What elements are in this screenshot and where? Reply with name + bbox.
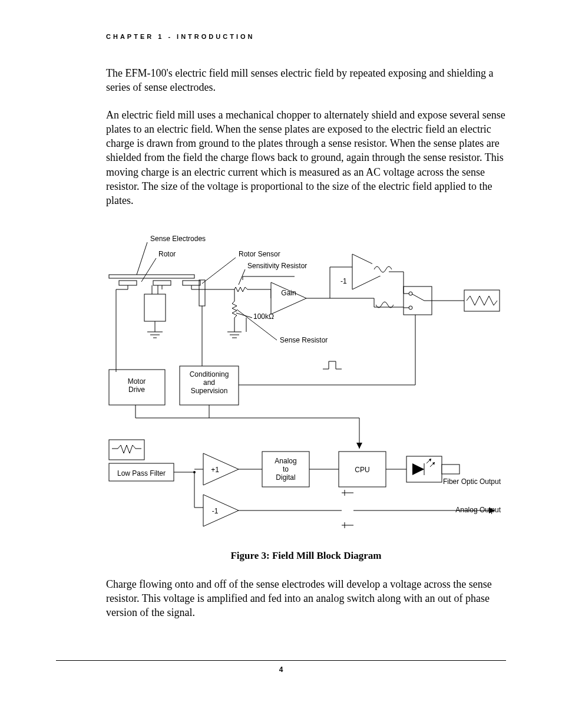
svg-marker-90 — [203, 495, 239, 526]
label-analog-out: Analog Output — [455, 506, 501, 514]
chapter-heading: CHAPTER 1 - INTRODUCTION — [106, 33, 506, 40]
label-cpu: CPU — [355, 466, 369, 474]
label-sensitivity-resistor: Sensitivity Resistor — [247, 262, 307, 270]
svg-rect-10 — [144, 294, 166, 321]
svg-marker-75 — [356, 443, 362, 449]
svg-rect-7 — [183, 281, 200, 285]
svg-line-2 — [202, 258, 236, 284]
svg-rect-76 — [109, 440, 144, 460]
svg-marker-87 — [203, 453, 239, 485]
svg-marker-36 — [271, 282, 306, 314]
label-rotor: Rotor — [158, 250, 176, 258]
page: CHAPTER 1 - INTRODUCTION The EFM-100's e… — [0, 0, 562, 728]
svg-rect-6 — [153, 281, 171, 285]
svg-line-3 — [239, 269, 245, 285]
label-motor-drive-1: MotorDrive — [128, 377, 146, 394]
label-sense-electrodes: Sense Electrodes — [150, 235, 206, 243]
label-minus1: -1 — [212, 507, 219, 515]
svg-line-0 — [137, 242, 147, 275]
label-low-pass: Low Pass Filter — [117, 469, 166, 477]
paragraph-3: Charge flowing onto and off of the sense… — [106, 577, 506, 620]
label-rotor-sensor: Rotor Sensor — [239, 250, 280, 258]
svg-rect-5 — [119, 281, 137, 285]
figure-caption: Figure 3: Field Mill Block Diagram — [106, 550, 506, 562]
svg-rect-105 — [442, 465, 459, 474]
page-number: 4 — [0, 666, 562, 674]
diagram-svg: Sense Electrodes Rotor Rotor Sensor Sens… — [106, 230, 507, 543]
paragraph-2: An electric field mill uses a mechanical… — [106, 108, 506, 208]
svg-rect-78 — [150, 447, 167, 459]
footer-rule — [56, 660, 506, 661]
label-inv1: -1 — [340, 277, 347, 285]
figure-block-diagram: Sense Electrodes Rotor Rotor Sensor Sens… — [106, 230, 506, 562]
label-plus1: +1 — [211, 466, 219, 474]
label-gain: Gain — [281, 289, 296, 297]
label-sense-resistor: Sense Resistor — [280, 336, 328, 344]
label-fiber: Fiber Optic Output — [443, 477, 501, 486]
svg-point-52 — [409, 306, 412, 309]
svg-rect-44 — [372, 263, 396, 276]
svg-rect-4 — [109, 275, 194, 278]
svg-point-50 — [409, 292, 412, 295]
paragraph-1: The EFM-100's electric field mill senses… — [106, 66, 506, 95]
